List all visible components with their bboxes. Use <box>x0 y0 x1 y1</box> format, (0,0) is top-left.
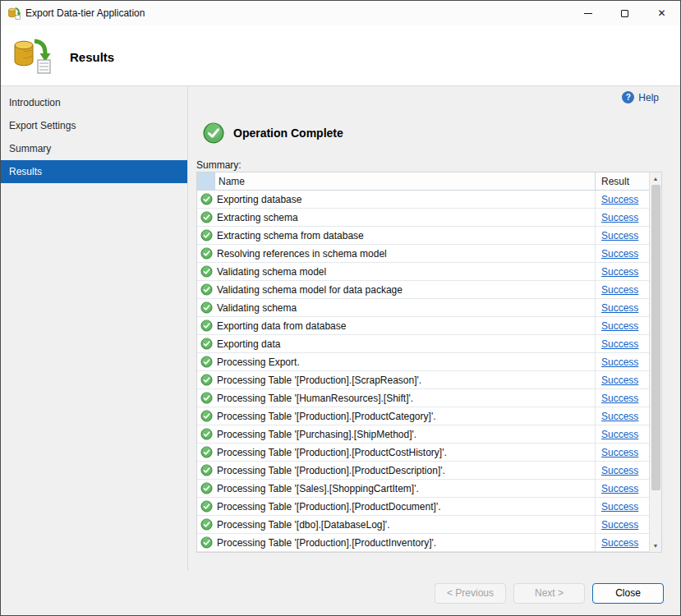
success-link[interactable]: Success <box>601 411 638 422</box>
scrollbar-thumb[interactable] <box>651 185 660 490</box>
sidebar-item-summary[interactable]: Summary <box>1 137 187 160</box>
row-name-cell: Processing Table '[Production].[ProductC… <box>215 411 595 422</box>
table-row[interactable]: Processing Table '[dbo].[DatabaseLog]'. … <box>197 516 649 534</box>
success-link[interactable]: Success <box>601 447 638 458</box>
sidebar-item-results[interactable]: Results <box>1 160 187 183</box>
success-check-icon <box>200 265 213 278</box>
success-check-icon <box>200 482 213 494</box>
table-row[interactable]: Processing Table '[Purchasing].[ShipMeth… <box>197 425 649 444</box>
success-link[interactable]: Success <box>601 375 638 386</box>
page-title: Results <box>70 50 114 64</box>
success-link[interactable]: Success <box>601 248 638 260</box>
row-name-cell: Exporting database <box>215 194 595 205</box>
row-status-cell <box>197 338 215 350</box>
table-row[interactable]: Processing Table '[Production].[ProductC… <box>197 444 649 462</box>
operation-success-icon <box>203 122 224 144</box>
success-link[interactable]: Success <box>601 483 638 494</box>
table-row[interactable]: Extracting schema Success <box>197 209 649 227</box>
row-name-cell: Resolving references in schema model <box>215 248 595 260</box>
table-row[interactable]: Processing Table '[Production].[ScrapRea… <box>197 371 649 389</box>
row-status-cell <box>197 410 215 422</box>
row-name-cell: Processing Table '[Production].[ProductI… <box>215 537 595 549</box>
row-result-cell: Success <box>595 407 649 425</box>
success-check-icon <box>200 536 213 549</box>
minimize-button[interactable] <box>569 1 606 25</box>
table-row[interactable]: Processing Table '[Production].[ProductI… <box>197 534 649 552</box>
row-status-cell <box>197 247 215 260</box>
success-link[interactable]: Success <box>601 356 638 368</box>
wizard-body: Introduction Export Settings Summary Res… <box>1 86 680 571</box>
table-row[interactable]: Validating schema model for data package… <box>197 281 649 299</box>
table-row[interactable]: Processing Table '[Sales].[ShoppingCartI… <box>197 480 649 498</box>
success-check-icon <box>200 518 213 531</box>
summary-label: Summary: <box>196 159 242 171</box>
row-status-cell <box>197 301 215 314</box>
success-link[interactable]: Success <box>601 302 638 314</box>
table-row[interactable]: Extracting schema from database Success <box>197 227 649 245</box>
row-result-cell: Success <box>595 353 649 370</box>
table-row[interactable]: Processing Table '[Production].[ProductD… <box>197 462 649 480</box>
row-result-cell: Success <box>595 498 649 515</box>
table-row[interactable]: Exporting data from database Success <box>197 317 649 335</box>
scroll-down-icon[interactable]: ▼ <box>650 540 662 552</box>
success-link[interactable]: Success <box>601 338 638 350</box>
name-column-header[interactable]: Name <box>215 172 595 190</box>
table-row[interactable]: Processing Table '[HumanResources].[Shif… <box>197 389 649 407</box>
status-icon-column-header[interactable] <box>197 172 215 190</box>
table-row[interactable]: Exporting data Success <box>197 335 649 353</box>
close-button[interactable]: Close <box>592 583 664 604</box>
table-row[interactable]: Validating schema model Success <box>197 263 649 281</box>
success-link[interactable]: Success <box>601 266 638 278</box>
sidebar-item-introduction[interactable]: Introduction <box>1 91 187 114</box>
row-name-cell: Processing Table '[Purchasing].[ShipMeth… <box>215 429 595 440</box>
row-result-cell: Success <box>595 245 649 262</box>
success-link[interactable]: Success <box>601 212 638 223</box>
success-link[interactable]: Success <box>601 284 638 296</box>
table-row[interactable]: Processing Table '[Production].[ProductD… <box>197 498 649 516</box>
row-status-cell <box>197 482 215 494</box>
success-link[interactable]: Success <box>601 230 638 241</box>
help-link[interactable]: ? Help <box>622 91 659 103</box>
success-link[interactable]: Success <box>601 537 638 549</box>
table-scrollbar[interactable]: ▲ ▼ <box>649 172 661 552</box>
next-button[interactable]: Next > <box>513 583 585 604</box>
results-table-grid: Name Result Exporting database Success <box>197 172 649 552</box>
table-row[interactable]: Exporting database Success <box>197 191 649 209</box>
result-column-header[interactable]: Result <box>595 172 649 190</box>
row-result-cell: Success <box>595 516 649 533</box>
app-icon <box>7 7 21 20</box>
close-window-button[interactable]: ✕ <box>643 1 680 25</box>
row-result-cell: Success <box>595 444 649 461</box>
table-row[interactable]: Processing Table '[Production].[ProductC… <box>197 407 649 425</box>
success-check-icon <box>200 356 213 368</box>
results-table: Name Result Exporting database Success <box>196 172 662 553</box>
results-table-body: Exporting database Success Extracting sc… <box>197 191 649 552</box>
sidebar-item-export-settings[interactable]: Export Settings <box>1 114 187 137</box>
table-row[interactable]: Validating schema Success <box>197 299 649 317</box>
help-label: Help <box>638 92 659 103</box>
success-check-icon <box>200 374 213 386</box>
success-link[interactable]: Success <box>601 194 638 205</box>
row-result-cell: Success <box>595 227 649 244</box>
success-link[interactable]: Success <box>601 320 638 332</box>
success-check-icon <box>200 446 213 458</box>
row-name-cell: Processing Export. <box>215 356 595 368</box>
previous-button[interactable]: < Previous <box>435 583 506 604</box>
table-row[interactable]: Resolving references in schema model Suc… <box>197 245 649 263</box>
scroll-up-icon[interactable]: ▲ <box>650 172 662 185</box>
row-result-cell: Success <box>595 209 649 226</box>
success-link[interactable]: Success <box>601 501 638 513</box>
maximize-button[interactable] <box>606 1 643 25</box>
row-status-cell <box>197 319 215 332</box>
row-result-cell: Success <box>595 299 649 316</box>
table-row[interactable]: Processing Export. Success <box>197 353 649 371</box>
row-result-cell: Success <box>595 480 649 497</box>
row-result-cell: Success <box>595 335 649 352</box>
row-status-cell <box>197 464 215 476</box>
success-link[interactable]: Success <box>601 429 638 440</box>
maximize-icon <box>621 10 628 17</box>
success-link[interactable]: Success <box>601 465 638 476</box>
success-link[interactable]: Success <box>601 393 638 404</box>
export-dac-wizard-window: Export Data-tier Application ✕ Results <box>0 0 681 616</box>
success-link[interactable]: Success <box>601 519 638 531</box>
